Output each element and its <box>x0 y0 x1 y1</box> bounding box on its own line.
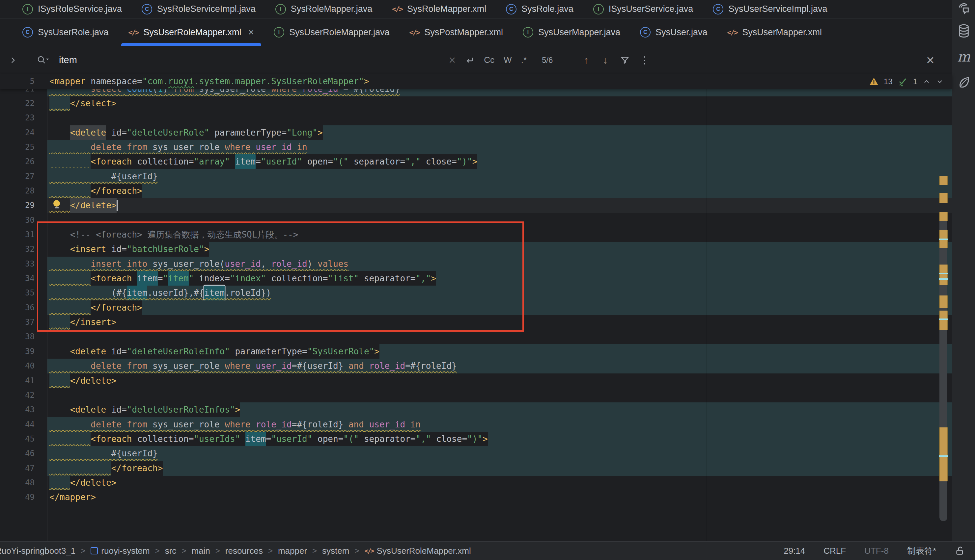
inspections-widget[interactable]: 13 1 <box>869 74 944 89</box>
code-line-40[interactable]: 40 delete from sys_user_role where user_… <box>0 358 952 373</box>
line-number-34[interactable]: 34 <box>0 271 47 286</box>
warning-stripe-marker[interactable] <box>939 193 948 203</box>
line-number-22[interactable]: 22 <box>0 96 47 111</box>
code-line-44[interactable]: 44 delete from sys_user_role where role_… <box>0 417 952 432</box>
line-number-23[interactable]: 23 <box>0 110 47 125</box>
tab-ISysRoleService.java[interactable]: IISysRoleService.java <box>13 0 132 18</box>
code-line-27[interactable]: 27 #{userId} <box>0 169 952 184</box>
more-options-icon[interactable]: ⋮ <box>640 46 650 74</box>
maven-icon[interactable]: m <box>952 49 975 65</box>
code-line-46[interactable]: 46 #{userId} <box>0 446 952 461</box>
close-search-button[interactable]: × <box>926 46 935 74</box>
code-line-32[interactable]: 32 <insert id="batchUserRole"> <box>0 242 952 257</box>
line-number-25[interactable]: 25 <box>0 140 47 155</box>
line-number-29[interactable]: 29 <box>0 198 47 213</box>
line-number-35[interactable]: 35 <box>0 286 47 300</box>
line-separator[interactable]: CRLF <box>823 546 846 556</box>
code-line-29[interactable]: 29 </delete> <box>0 198 952 213</box>
code-line-33[interactable]: 33 insert into sys_user_role(user_id, ro… <box>0 257 952 272</box>
code-line-28[interactable]: 28 </foreach> <box>0 183 952 198</box>
code-line-43[interactable]: 43 <delete id="deleteUserRoleInfos"> <box>0 402 952 417</box>
line-number-38[interactable]: 38 <box>0 329 47 344</box>
code-line-42[interactable]: 42 <box>0 388 952 403</box>
close-tab-icon[interactable]: × <box>248 27 254 38</box>
breadcrumb-item-mapper[interactable]: mapper <box>278 546 307 556</box>
line-number-36[interactable]: 36 <box>0 300 47 315</box>
sticky-header-line[interactable]: 5 <mapper namespace="com.ruoyi.system.ma… <box>0 74 952 89</box>
breadcrumb-item-system[interactable]: system <box>322 546 349 556</box>
tab-SysRole.java[interactable]: CSysRole.java <box>496 0 584 18</box>
line-number-21[interactable]: 21 <box>0 89 47 97</box>
newline-icon[interactable] <box>465 55 475 65</box>
previous-problem-button[interactable] <box>923 78 930 85</box>
tab-SysUserMapper.xml[interactable]: </>SysUserMapper.xml <box>717 19 832 46</box>
next-occurrence-button[interactable]: ↓ <box>603 46 608 74</box>
breadcrumb-item-RuoYi-springboot3_1[interactable]: RuoYi-springboot3_1 <box>0 546 75 556</box>
line-number-28[interactable]: 28 <box>0 183 47 198</box>
warning-stripe-marker[interactable] <box>939 265 948 285</box>
tab-SysUserRoleMapper.xml[interactable]: </>SysUserRoleMapper.xml× <box>119 19 264 46</box>
code-content[interactable]: #{userId} <box>47 169 952 184</box>
tab-SysUserRoleMapper.java[interactable]: ISysUserRoleMapper.java <box>264 19 400 46</box>
code-line-35[interactable]: 35 (#{item.userId},#{item.roleId}) <box>0 286 952 300</box>
breadcrumb-item-ruoyi-system[interactable]: ruoyi-system <box>90 546 150 556</box>
breadcrumb-item-main[interactable]: main <box>191 546 210 556</box>
code-line-24[interactable]: 24 <delete id="deleteUserRole" parameter… <box>0 125 952 140</box>
line-number-24[interactable]: 24 <box>0 125 47 140</box>
code-line-23[interactable]: 23 <box>0 110 952 125</box>
tab-SysPostMapper.xml[interactable]: </>SysPostMapper.xml <box>400 19 513 46</box>
code-line-39[interactable]: 39 <delete id="deleteUserRoleInfo" param… <box>0 344 952 359</box>
indent-style[interactable]: 制表符* <box>907 545 936 557</box>
next-problem-button[interactable] <box>936 78 944 85</box>
code-line-37[interactable]: 37 </insert> <box>0 315 952 330</box>
spring-leaf-icon[interactable] <box>952 74 975 90</box>
code-content[interactable]: </insert> <box>47 315 952 330</box>
unlock-icon[interactable] <box>955 545 965 556</box>
code-line-21[interactable]: 21 select count(1) from sys_user_role wh… <box>0 89 952 97</box>
tab-SysUserServiceImpl.java[interactable]: CSysUserServiceImpl.java <box>703 0 837 18</box>
search-input[interactable]: item <box>59 55 77 65</box>
warning-stripe-marker[interactable] <box>939 295 948 308</box>
line-number-32[interactable]: 32 <box>0 242 47 257</box>
tab-SysUserMapper.java[interactable]: ISysUserMapper.java <box>513 19 630 46</box>
search-field[interactable]: item × Cc W .* <box>26 46 540 74</box>
code-line-30[interactable]: 30 <box>0 213 952 228</box>
code-line-45[interactable]: 45 <foreach collection="userIds" item="u… <box>0 432 952 447</box>
line-number-31[interactable]: 31 <box>0 227 47 242</box>
code-line-25[interactable]: 25 delete from sys_user_role where user_… <box>0 140 952 155</box>
breadcrumb-item-resources[interactable]: resources <box>225 546 263 556</box>
file-encoding[interactable]: UTF-8 <box>864 546 889 556</box>
code-content[interactable]: </foreach> <box>47 183 952 198</box>
code-line-49[interactable]: 49</mapper> <box>0 490 952 505</box>
code-line-34[interactable]: 34 <foreach item="item" index="index" co… <box>0 271 952 286</box>
line-number-39[interactable]: 39 <box>0 344 47 359</box>
line-number-27[interactable]: 27 <box>0 169 47 184</box>
sticky-line-code[interactable]: <mapper namespace="com.ruoyi.system.mapp… <box>47 74 952 89</box>
code-line-26[interactable]: 26 <foreach collection="array" item="use… <box>0 154 952 169</box>
code-content[interactable]: <insert id="batchUserRole"> <box>47 242 952 257</box>
code-line-31[interactable]: 31 <!-- <foreach> 遍历集合数据，动态生成SQL片段。--> <box>0 227 952 242</box>
line-number-43[interactable]: 43 <box>0 402 47 417</box>
regex-toggle[interactable]: .* <box>521 55 527 65</box>
code-line-22[interactable]: 22 </select> <box>0 96 952 111</box>
code-content[interactable]: </foreach> <box>47 300 952 315</box>
line-number-37[interactable]: 37 <box>0 315 47 330</box>
caret-position[interactable]: 29:14 <box>784 546 805 556</box>
tab-SysRoleServiceImpl.java[interactable]: CSysRoleServiceImpl.java <box>132 0 266 18</box>
code-content[interactable]: select count(1) from sys_user_role where… <box>47 89 952 97</box>
tab-ISysUserService.java[interactable]: IISysUserService.java <box>584 0 703 18</box>
line-number-33[interactable]: 33 <box>0 257 47 272</box>
breadcrumb-item-src[interactable]: src <box>165 546 177 556</box>
line-number-45[interactable]: 45 <box>0 432 47 447</box>
breadcrumb-item-SysUserRoleMapper.xml[interactable]: </>SysUserRoleMapper.xml <box>364 546 471 556</box>
code-line-47[interactable]: 47 </foreach> <box>0 461 952 476</box>
warning-stripe-marker[interactable] <box>939 427 948 482</box>
code-content[interactable]: <delete id="deleteUserRoleInfo" paramete… <box>47 344 952 359</box>
code-content[interactable]: </delete> <box>47 475 952 490</box>
line-number-42[interactable]: 42 <box>0 388 47 403</box>
line-number-49[interactable]: 49 <box>0 490 47 505</box>
code-content[interactable]: (#{item.userId},#{item.roleId}) <box>47 286 952 300</box>
code-content[interactable]: delete from sys_user_role where user_id … <box>47 140 952 155</box>
code-content[interactable]: </delete> <box>47 373 952 388</box>
tab-SysRoleMapper.xml[interactable]: </>SysRoleMapper.xml <box>382 0 496 18</box>
